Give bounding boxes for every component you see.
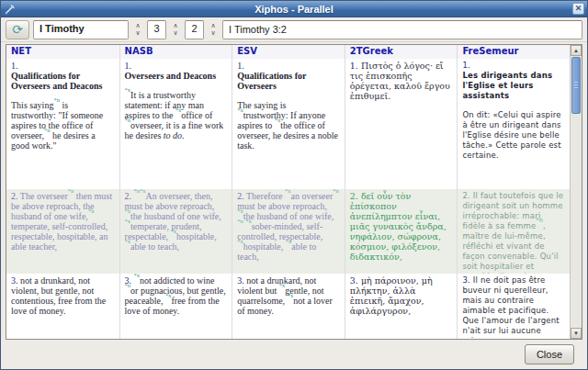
verse-number[interactable]: 3. — [350, 275, 361, 286]
verse-number[interactable]: 2. — [462, 191, 472, 200]
paragraph-gap — [125, 81, 227, 90]
refresh-button[interactable]: ⟳ — [6, 20, 29, 39]
scroll-down-icon[interactable]: ▼ — [571, 328, 582, 339]
verse-number[interactable]: 3. — [11, 275, 20, 286]
verse-row-3: 3. not a drunkard, not violent, but gent… — [6, 274, 570, 339]
verse-cell-esv-1[interactable]: 1.Qualifications for OverseersThe saying… — [232, 59, 345, 189]
verse-number[interactable]: 2. — [125, 191, 134, 201]
verse-cell-net-3[interactable]: 3. not a drunkard, not violent, but gent… — [6, 274, 119, 339]
verse-cell-fresemeur-2[interactable]: 2. Il faut toutefois que le dirigeant so… — [457, 189, 570, 274]
verse-cell-2tgreek-3[interactable]: 3. μὴ πάροινον, μὴ πλήκτην, ἀλλὰ ἐπιεικῆ… — [345, 274, 458, 339]
reference-input[interactable] — [222, 20, 582, 39]
footnote-marker[interactable]: *n — [53, 96, 60, 103]
footnote-marker[interactable]: *n — [88, 207, 95, 214]
footnote-marker[interactable]: *x — [165, 292, 172, 298]
footnote-marker[interactable]: *x — [134, 274, 141, 278]
column-header-net[interactable]: NET — [6, 45, 119, 59]
italic-text: to do — [164, 130, 182, 140]
verse-cell-fresemeur-3[interactable]: 3. Il ne doit pas être buveur ni querell… — [457, 274, 570, 339]
footnote-marker[interactable]: *x — [125, 218, 131, 224]
chapter-spin-down-icon[interactable]: ∨ — [170, 29, 181, 37]
scrollbar-track[interactable] — [571, 56, 582, 328]
footnote-marker[interactable]: *n — [44, 127, 51, 133]
verse-cell-esv-3[interactable]: 3. not a drunkard, not violent but *xgen… — [232, 274, 345, 339]
window-close-icon[interactable]: ✕ — [572, 3, 584, 15]
footnote-marker[interactable]: *n — [333, 189, 339, 194]
xiphos-parallel-window: Xiphos - Parallel ✕ ⟳ I Timothy ∧ ∨ 3 ∧ … — [0, 0, 588, 370]
book-spinner: ∧ ∨ — [132, 20, 143, 39]
footnote-marker[interactable]: *n — [125, 282, 131, 288]
footnote-marker[interactable]: *x — [275, 117, 281, 123]
parallel-content-area: NETNASBESV2TGreekFreSemeur1.Qualificatio… — [6, 44, 582, 340]
verse-cell-net-2[interactable]: 2. The overseer*n then must be above rep… — [6, 189, 119, 274]
verse-cell-esv-2[interactable]: 2. Therefore *xan overseer*n must be abo… — [232, 189, 345, 274]
verse-spin-up-icon[interactable]: ∧ — [208, 22, 219, 29]
section-heading: Qualifications for Overseers and Deacons — [11, 71, 114, 91]
footnote-marker[interactable]: *x — [279, 282, 286, 288]
section-heading: Qualifications for Overseers — [237, 71, 339, 91]
vertical-scrollbar[interactable]: ▲ ▼ — [570, 45, 582, 339]
verse-number[interactable]: 3. — [237, 275, 246, 286]
verse-number[interactable]: 2. — [350, 191, 361, 201]
verse-number[interactable]: 1. — [350, 61, 361, 71]
footnote-marker[interactable]: *n — [237, 218, 243, 224]
close-button[interactable]: Close — [525, 344, 574, 364]
footnote-marker[interactable]: *x — [125, 238, 131, 244]
scroll-up-icon[interactable]: ▲ — [571, 45, 582, 56]
chapter-spinbox[interactable]: 3 — [147, 20, 166, 39]
scrollbar-thumb[interactable] — [571, 57, 581, 114]
verse-row-2: 2. The overseer*n then must be above rep… — [6, 189, 570, 274]
verse-cell-nasb-2[interactable]: 2. *n*xAn overseer, then, must be above … — [119, 189, 232, 274]
verse-cell-2tgreek-2[interactable]: 2. δεῖ οὖν τὸν ἐπίσκοπον ἀνεπίλημπτον εἶ… — [345, 189, 458, 274]
chapter-spinner: ∧ ∨ — [170, 20, 181, 39]
verse-number[interactable]: 1. — [462, 61, 470, 70]
verse-spin-down-icon[interactable]: ∨ — [208, 29, 219, 37]
verse-number[interactable]: 2. — [237, 191, 246, 201]
verse-spinner: ∧ ∨ — [208, 20, 219, 39]
section-heading: Les dirigeants dans l'Eglise et leurs as… — [462, 71, 564, 101]
column-header-row: NETNASBESV2TGreekFreSemeur — [6, 45, 570, 59]
window-title: Xiphos - Parallel — [1, 4, 587, 15]
verse-cell-net-1[interactable]: 1.Qualifications for Overseers and Deaco… — [6, 59, 119, 189]
verse-number[interactable]: 3. — [462, 275, 472, 285]
footnote-marker[interactable]: *n — [125, 117, 131, 123]
footnote-marker[interactable]: *x — [286, 238, 292, 244]
footnote-marker[interactable]: *x — [237, 207, 243, 214]
verse-number[interactable]: 2. — [11, 191, 20, 201]
verse-number[interactable]: 1. — [237, 61, 244, 71]
verse-cell-fresemeur-1[interactable]: 1.Les dirigeants dans l'Eglise et leurs … — [457, 59, 570, 189]
column-header-fresemeur[interactable]: FreSemeur — [457, 45, 570, 59]
footnote-marker[interactable]: *x — [171, 228, 177, 234]
footnote-marker[interactable]: *n*x — [134, 189, 146, 194]
verse-row-1: 1.Qualifications for Overseers and Deaco… — [6, 59, 570, 189]
book-spin-down-icon[interactable]: ∨ — [132, 29, 143, 37]
footnote-marker[interactable]: *x — [175, 107, 182, 113]
verse-spinbox[interactable]: 2 — [185, 20, 204, 39]
footnote-marker[interactable]: *x — [125, 86, 131, 93]
column-header-nasb[interactable]: NASB — [119, 45, 232, 59]
book-spin-up-icon[interactable]: ∧ — [132, 22, 143, 29]
parallel-grid: NETNASBESV2TGreekFreSemeur1.Qualificatio… — [6, 45, 570, 339]
column-header-esv[interactable]: ESV — [232, 45, 345, 59]
section-heading: Overseers and Deacons — [125, 71, 227, 81]
dialog-action-area: Close — [1, 340, 587, 369]
footnote-marker[interactable]: *x — [237, 107, 243, 113]
verse-number[interactable]: 1. — [11, 61, 18, 71]
verse-cell-nasb-3[interactable]: 3. *xnot addicted to wine *nor pugnaciou… — [119, 274, 232, 339]
book-combo[interactable]: I Timothy — [33, 20, 129, 39]
footnote-marker[interactable]: *n — [536, 217, 543, 224]
paragraph-gap — [462, 101, 564, 110]
footnote-marker[interactable]: *x — [285, 189, 291, 194]
verse-number[interactable]: 1. — [125, 61, 132, 71]
footnote-marker[interactable]: *x — [237, 238, 243, 244]
footnote-marker[interactable]: *x — [125, 207, 131, 214]
chapter-spin-up-icon[interactable]: ∧ — [170, 22, 181, 29]
verse-cell-2tgreek-1[interactable]: 1. Πιστὸς ὁ λόγος· εἴ τις ἐπισκοπῆς ὀρέγ… — [345, 59, 458, 189]
footnote-marker[interactable]: *x — [245, 218, 252, 224]
footnote-marker[interactable]: *x — [288, 292, 294, 298]
footnote-marker[interactable]: *n — [68, 189, 74, 194]
column-header-2tgreek[interactable]: 2TGreek — [345, 45, 458, 59]
verse-cell-nasb-1[interactable]: 1.Overseers and Deacons*xIt is a trustwo… — [119, 59, 232, 189]
paragraph-gap — [11, 91, 114, 100]
paragraph-gap — [237, 91, 339, 100]
